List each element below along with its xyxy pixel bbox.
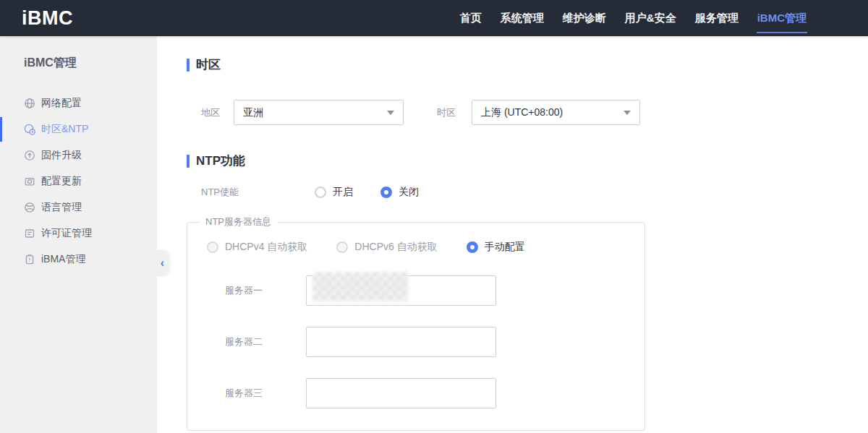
server-three-label: 服务器三 — [225, 387, 306, 400]
sidebar: iBMC管理 网络配置 时区&NTP 固件升级 — [0, 36, 157, 433]
ntp-section-title: NTP功能 — [187, 154, 868, 168]
sidebar-title: iBMC管理 — [24, 56, 157, 70]
language-icon — [24, 202, 35, 213]
sidebar-collapse-button[interactable]: ‹ — [156, 250, 169, 276]
region-select[interactable]: 亚洲 — [234, 100, 404, 125]
sidebar-item-timezone-ntp[interactable]: 时区&NTP — [0, 116, 157, 142]
radio-label: 关闭 — [399, 186, 419, 199]
server-three-row: 服务器三 — [187, 378, 644, 408]
nav-ibmc-management[interactable]: iBMC管理 — [748, 0, 816, 36]
server-two-row: 服务器二 — [187, 327, 644, 357]
server-one-label: 服务器一 — [225, 284, 306, 297]
timezone-select-value: 上海 (UTC+08:00) — [481, 106, 563, 119]
dhcpv4-auto-radio: DHCPv4 自动获取 — [207, 241, 307, 254]
radio-label: DHCPv4 自动获取 — [225, 241, 307, 254]
sidebar-item-label: 配置更新 — [41, 175, 82, 188]
network-icon — [24, 98, 35, 109]
sidebar-item-label: iBMA管理 — [41, 253, 85, 266]
dhcpv6-auto-radio: DHCPv6 自动获取 — [336, 241, 437, 254]
top-navigation: 首页 系统管理 维护诊断 用户&安全 服务管理 iBMC管理 — [451, 0, 816, 36]
sidebar-item-ibma-management[interactable]: iBMA管理 — [0, 246, 157, 273]
app-logo[interactable]: iBMC — [22, 7, 73, 30]
sidebar-item-license-management[interactable]: 许可证管理 — [0, 220, 157, 246]
manual-config-radio[interactable]: 手动配置 — [467, 241, 525, 254]
sidebar-item-label: 许可证管理 — [41, 227, 92, 240]
region-label: 地区 — [201, 106, 234, 119]
nav-home[interactable]: 首页 — [451, 0, 491, 36]
main-content: 时区 地区 亚洲 时区 上海 (UTC+08:00) NTP功能 NTP使能 开… — [157, 36, 868, 433]
chevron-left-icon: ‹ — [161, 257, 164, 270]
server-two-input[interactable] — [306, 327, 496, 357]
firmware-upgrade-icon — [24, 150, 35, 161]
config-update-icon — [24, 176, 35, 187]
section-title-text: 时区 — [196, 56, 221, 73]
section-title-text: NTP功能 — [196, 153, 245, 169]
region-select-value: 亚洲 — [243, 106, 263, 119]
radio-label: DHCPv6 自动获取 — [354, 241, 437, 254]
sidebar-item-label: 语言管理 — [41, 201, 82, 214]
radio-label: 开启 — [333, 186, 353, 199]
ntp-enable-on-radio[interactable]: 开启 — [315, 186, 353, 199]
chevron-down-icon — [387, 111, 394, 115]
radio-disabled-icon — [336, 241, 348, 253]
radio-checked-icon — [380, 187, 392, 198]
radio-label: 手动配置 — [485, 241, 525, 254]
ntp-server-info-group: NTP服务器信息 DHCPv4 自动获取 DHCPv6 自动获取 手动配置 服务… — [187, 215, 645, 431]
nav-maintenance-diagnostics[interactable]: 维护诊断 — [553, 0, 616, 36]
timezone-ntp-icon — [24, 124, 35, 135]
sidebar-item-label: 网络配置 — [41, 97, 82, 110]
timezone-select[interactable]: 上海 (UTC+08:00) — [472, 100, 640, 125]
radio-disabled-icon — [207, 241, 218, 253]
sidebar-item-label: 时区&NTP — [41, 123, 88, 136]
nav-service-management[interactable]: 服务管理 — [686, 0, 748, 36]
radio-unchecked-icon — [315, 187, 326, 198]
chevron-down-icon — [624, 111, 631, 115]
timezone-section-title: 时区 — [187, 58, 868, 72]
sidebar-item-config-update[interactable]: 配置更新 — [0, 168, 157, 194]
radio-checked-icon — [467, 241, 478, 253]
server-three-input[interactable] — [306, 378, 496, 408]
server-two-label: 服务器二 — [225, 335, 306, 348]
ntp-server-info-legend: NTP服务器信息 — [200, 215, 277, 228]
ntp-enable-off-radio[interactable]: 关闭 — [380, 186, 419, 199]
license-icon — [24, 228, 35, 239]
top-header: iBMC 首页 系统管理 维护诊断 用户&安全 服务管理 iBMC管理 — [0, 0, 868, 36]
ntp-enable-label: NTP使能 — [201, 186, 315, 199]
server-one-row: 服务器一 — [187, 275, 644, 306]
server-one-input[interactable] — [306, 275, 496, 306]
timezone-form-row: 地区 亚洲 时区 上海 (UTC+08:00) — [201, 100, 868, 125]
ntp-mode-row: DHCPv4 自动获取 DHCPv6 自动获取 手动配置 — [207, 240, 644, 254]
nav-user-security[interactable]: 用户&安全 — [616, 0, 686, 36]
ibma-icon — [24, 254, 35, 265]
nav-system-management[interactable]: 系统管理 — [491, 0, 553, 36]
sidebar-item-firmware-upgrade[interactable]: 固件升级 — [0, 142, 157, 168]
timezone-label: 时区 — [437, 106, 472, 119]
sidebar-item-network-config[interactable]: 网络配置 — [0, 90, 157, 116]
ntp-enable-row: NTP使能 开启 关闭 — [201, 185, 868, 200]
sidebar-item-label: 固件升级 — [41, 149, 82, 162]
sidebar-menu: 网络配置 时区&NTP 固件升级 配置更新 — [0, 90, 157, 273]
sidebar-item-language-management[interactable]: 语言管理 — [0, 194, 157, 220]
